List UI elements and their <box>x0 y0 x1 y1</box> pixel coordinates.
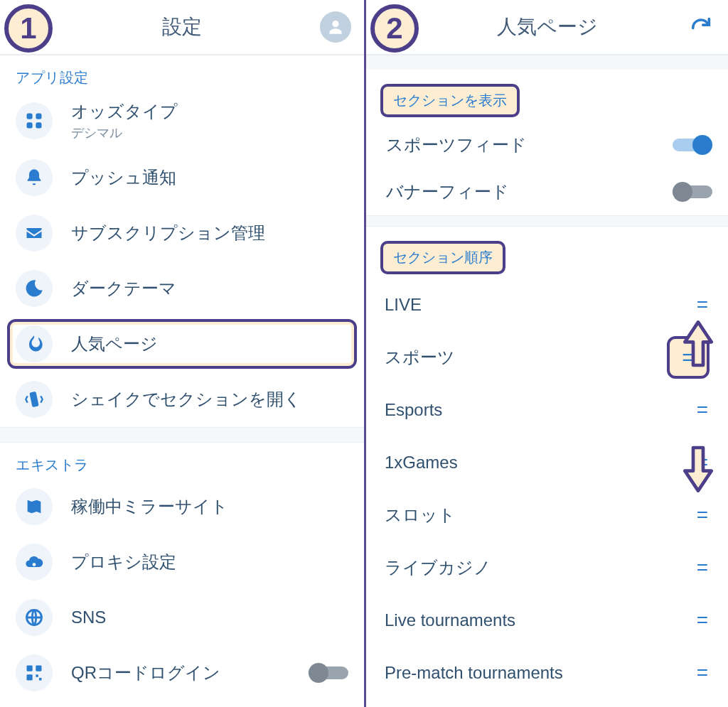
row-sublabel: デシマル <box>71 124 178 141</box>
svg-rect-12 <box>39 678 42 681</box>
order-label: Esports <box>385 400 442 420</box>
section-extra-label: エキストラ <box>0 443 364 479</box>
row-labels: QRコードログイン <box>71 662 220 684</box>
order-label: スロット <box>385 504 456 527</box>
step-badge-2: 2 <box>370 4 419 53</box>
arrow-down-icon <box>677 446 719 489</box>
order-row[interactable]: Esports= <box>366 384 728 436</box>
toggle[interactable] <box>309 663 348 683</box>
settings-row-app-3[interactable]: ダークテーマ <box>0 261 364 316</box>
svg-rect-10 <box>27 674 33 680</box>
order-label: Live tournaments <box>385 610 515 630</box>
shake-icon <box>16 381 53 418</box>
feed-label: スポーツフィード <box>386 134 527 156</box>
popular-page-panel: 2 人気ページ セクションを表示 スポーツフィードバナーフィード セクション順序… <box>364 0 728 707</box>
section-divider <box>0 427 364 443</box>
map-icon <box>16 488 53 525</box>
row-labels: プロキシ設定 <box>71 551 176 573</box>
order-label: ライブカジノ <box>385 556 491 579</box>
row-label: 稼働中ミラーサイト <box>71 495 228 518</box>
row-labels: 人気ページ <box>71 333 158 355</box>
moon-icon <box>16 270 53 307</box>
fire-icon <box>16 325 53 362</box>
row-label: サブスクリプション管理 <box>71 222 265 244</box>
feed-toggle[interactable] <box>673 135 712 155</box>
row-labels: 稼働中ミラーサイト <box>71 495 228 518</box>
row-label: オッズタイプ <box>71 100 178 123</box>
drag-handle-icon[interactable]: = <box>697 610 710 630</box>
settings-row-app-1[interactable]: プッシュ通知 <box>0 150 364 205</box>
svg-rect-8 <box>27 666 33 671</box>
row-label: プッシュ通知 <box>71 166 176 189</box>
svg-rect-3 <box>27 122 33 128</box>
globe-icon <box>16 599 53 636</box>
settings-row-extra-0[interactable]: 稼働中ミラーサイト <box>0 479 364 534</box>
feed-toggle[interactable] <box>673 182 712 202</box>
settings-row-app-4[interactable]: 人気ページ <box>0 316 364 372</box>
order-row[interactable]: 1xGames= <box>366 436 728 489</box>
order-row[interactable]: スロット= <box>366 489 728 541</box>
popular-header: 人気ページ <box>366 0 728 55</box>
settings-row-app-5[interactable]: シェイクでセクションを開く <box>0 372 364 427</box>
row-labels: シェイクでセクションを開く <box>71 388 301 411</box>
settings-row-extra-2[interactable]: SNS <box>0 590 364 645</box>
step-badge-1: 1 <box>4 4 53 53</box>
order-row[interactable]: ライブカジノ= <box>366 541 728 594</box>
svg-point-0 <box>332 21 338 27</box>
settings-panel: 1 設定 アプリ設定 オッズタイプデシマルプッシュ通知サブスクリプション管理ダー… <box>0 0 364 707</box>
settings-row-app-2[interactable]: サブスクリプション管理 <box>0 205 364 261</box>
drag-handle-icon[interactable]: = <box>697 558 710 578</box>
popular-title: 人気ページ <box>497 14 598 41</box>
order-label: Pre-match tournaments <box>385 663 563 683</box>
row-label: シェイクでセクションを開く <box>71 388 301 411</box>
svg-rect-9 <box>36 666 41 671</box>
feed-row: バナーフィード <box>366 168 728 215</box>
order-row[interactable]: Pre-match tournaments= <box>366 647 728 699</box>
section-app-label: アプリ設定 <box>0 55 364 92</box>
order-label: LIVE <box>385 295 422 315</box>
feed-row: スポーツフィード <box>366 122 728 168</box>
order-row[interactable]: Live tournaments= <box>366 594 728 647</box>
row-label: 人気ページ <box>71 333 158 355</box>
row-label: プロキシ設定 <box>71 551 176 573</box>
gap <box>366 55 728 70</box>
qr-icon <box>16 654 53 691</box>
grid-icon <box>16 102 53 139</box>
row-labels: オッズタイプデシマル <box>71 100 178 141</box>
svg-rect-1 <box>27 114 33 119</box>
svg-rect-4 <box>36 122 41 128</box>
svg-rect-11 <box>36 674 38 677</box>
reload-icon[interactable] <box>687 13 715 41</box>
row-labels: プッシュ通知 <box>71 166 176 189</box>
row-labels: サブスクリプション管理 <box>71 222 265 244</box>
settings-title: 設定 <box>162 14 202 41</box>
mail-icon <box>16 215 53 252</box>
row-labels: ダークテーマ <box>71 277 176 300</box>
settings-row-app-0[interactable]: オッズタイプデシマル <box>0 92 364 150</box>
settings-header: 設定 <box>0 0 364 55</box>
section-show-chip: セクションを表示 <box>380 84 520 117</box>
row-label: ダークテーマ <box>71 277 176 300</box>
step-number: 1 <box>20 14 36 43</box>
settings-row-extra-3[interactable]: QRコードログイン <box>0 645 364 701</box>
svg-rect-2 <box>36 114 41 119</box>
feed-label: バナーフィード <box>386 180 509 203</box>
drag-handle-icon[interactable]: = <box>697 295 710 315</box>
profile-icon[interactable] <box>320 11 351 43</box>
gap <box>366 215 728 227</box>
drag-handle-icon[interactable]: = <box>697 505 710 525</box>
settings-row-extra-1[interactable]: プロキシ設定 <box>0 534 364 590</box>
cloud-icon <box>16 544 53 581</box>
section-order-chip: セクション順序 <box>380 241 505 274</box>
row-label: SNS <box>71 608 106 627</box>
order-row[interactable]: LIVE= <box>366 279 728 331</box>
svg-point-6 <box>33 563 36 566</box>
svg-rect-5 <box>29 392 38 407</box>
drag-handle-icon[interactable]: = <box>697 400 710 420</box>
order-row[interactable]: スポーツ= <box>366 331 728 384</box>
row-label: QRコードログイン <box>71 662 220 684</box>
order-label: スポーツ <box>385 346 455 369</box>
arrow-up-icon <box>677 324 719 367</box>
drag-handle-icon[interactable]: = <box>697 663 710 683</box>
bell-icon <box>16 159 53 196</box>
